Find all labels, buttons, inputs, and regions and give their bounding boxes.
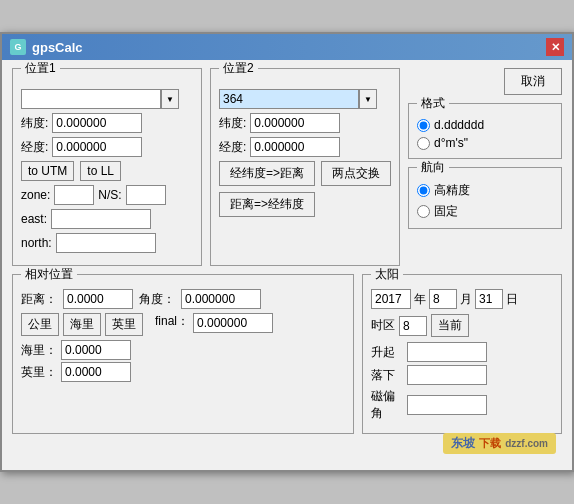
format-title: 格式 (417, 95, 449, 112)
relpos-haili-label: 海里： (21, 342, 57, 359)
solar-month-label: 月 (460, 291, 472, 308)
solar-date-row: 年 月 日 (371, 289, 553, 309)
pos1-title: 位置1 (21, 60, 60, 77)
pos1-zone-input[interactable] (54, 185, 94, 205)
two-point-swap-button[interactable]: 两点交换 (321, 161, 391, 186)
watermark-url: dzzf.com (505, 438, 548, 449)
right-col: 取消 格式 d.dddddd d°m's" (408, 68, 562, 266)
solar-tz-row: 时区 当前 (371, 314, 553, 337)
relpos-yingli-label: 英里： (21, 364, 57, 381)
pos1-east-label: east: (21, 212, 47, 226)
format-radio2[interactable] (417, 137, 430, 150)
app-title: gpsCalc (32, 40, 83, 55)
pos1-lat-input[interactable] (52, 113, 142, 133)
pos1-combo-wrapper: ▼ (21, 89, 193, 109)
pos1-combo-input[interactable] (21, 89, 161, 109)
pos2-lat-row: 纬度: (219, 113, 391, 133)
cancel-button[interactable]: 取消 (504, 68, 562, 95)
nav-radio2[interactable] (417, 205, 430, 218)
solar-tz-input[interactable] (399, 316, 427, 336)
pos2-combo-arrow[interactable]: ▼ (359, 89, 377, 109)
main-window: G gpsCalc ✕ 位置1 ▼ 纬度: (0, 32, 574, 472)
relpos-dist-label: 距离： (21, 291, 57, 308)
watermark-logo: 东坡 (451, 435, 475, 452)
solar-year-label: 年 (414, 291, 426, 308)
nav-title: 航向 (417, 159, 449, 176)
relpos-unit-row: 公里 海里 英里 final： (21, 313, 345, 336)
pos1-lat-label: 纬度: (21, 115, 48, 132)
solar-day-input[interactable] (475, 289, 503, 309)
pos1-lon-label: 经度: (21, 139, 48, 156)
lonlat-to-dist-button[interactable]: 经纬度=>距离 (219, 161, 315, 186)
nav-radio2-row: 固定 (417, 203, 553, 220)
close-button[interactable]: ✕ (546, 38, 564, 56)
solar-current-button[interactable]: 当前 (431, 314, 469, 337)
pos1-east-input[interactable] (51, 209, 151, 229)
watermark: 东坡 下载 dzzf.com (443, 433, 556, 454)
relpos-angle-input[interactable] (181, 289, 261, 309)
pos1-north-label: north: (21, 236, 52, 250)
format-radio2-row: d°m's" (417, 136, 553, 150)
bottom-row: 相对位置 距离： 角度： 公里 海里 英里 final： (12, 274, 562, 434)
solar-day-label: 日 (506, 291, 518, 308)
nav-option2-label: 固定 (434, 203, 458, 220)
cancel-row: 取消 (408, 68, 562, 95)
solar-mag-input[interactable] (407, 395, 487, 415)
relpos-yingli-row: 英里： (21, 362, 345, 382)
relpos-yingli-input[interactable] (61, 362, 131, 382)
pos2-lon-input[interactable] (250, 137, 340, 157)
pos2-group: 位置2 ▼ 纬度: 经度: 经纬度=>距离 两点交换 (210, 68, 400, 266)
mile-button[interactable]: 海里 (63, 313, 101, 336)
solar-year-input[interactable] (371, 289, 411, 309)
relpos-title: 相对位置 (21, 266, 77, 283)
title-bar-left: G gpsCalc (10, 39, 83, 55)
pos1-group: 位置1 ▼ 纬度: 经度: to UTM to LL (12, 68, 202, 266)
solar-set-row: 落下 (371, 365, 553, 385)
dist-to-lonlat-button[interactable]: 距离=>经纬度 (219, 192, 315, 217)
format-radio1[interactable] (417, 119, 430, 132)
nav-option1-label: 高精度 (434, 182, 470, 199)
relpos-dist-input[interactable] (63, 289, 133, 309)
nav-group: 航向 高精度 固定 (408, 167, 562, 229)
pos2-lat-input[interactable] (250, 113, 340, 133)
km-button[interactable]: 公里 (21, 313, 59, 336)
solar-set-input[interactable] (407, 365, 487, 385)
relpos-final-label: final： (155, 313, 189, 336)
dist-to-lonlat-row: 距离=>经纬度 (219, 192, 391, 217)
format-group: 格式 d.dddddd d°m's" (408, 103, 562, 159)
pos2-combo-input[interactable] (219, 89, 359, 109)
pos1-combo-arrow[interactable]: ▼ (161, 89, 179, 109)
pos2-lon-label: 经度: (219, 139, 246, 156)
solar-group: 太阳 年 月 日 时区 当前 (362, 274, 562, 434)
pos1-ns-input[interactable] (126, 185, 166, 205)
solar-rise-input[interactable] (407, 342, 487, 362)
pos1-zone-label: zone: (21, 188, 50, 202)
format-radio1-row: d.dddddd (417, 118, 553, 132)
format-option2-label: d°m's" (434, 136, 468, 150)
title-bar: G gpsCalc ✕ (2, 34, 572, 60)
solar-tz-label: 时区 (371, 317, 395, 334)
nav-radio1-row: 高精度 (417, 182, 553, 199)
solar-month-input[interactable] (429, 289, 457, 309)
pos1-north-input[interactable] (56, 233, 156, 253)
pos1-east-row: east: (21, 209, 193, 229)
pos2-combo-wrapper: ▼ (219, 89, 391, 109)
to-utm-button[interactable]: to UTM (21, 161, 74, 181)
relpos-final-input[interactable] (193, 313, 273, 333)
format-option1-label: d.dddddd (434, 118, 484, 132)
pos2-lon-row: 经度: (219, 137, 391, 157)
pos1-north-row: north: (21, 233, 193, 253)
relpos-haili-input[interactable] (61, 340, 131, 360)
pos1-lon-input[interactable] (52, 137, 142, 157)
solar-title: 太阳 (371, 266, 403, 283)
app-icon: G (10, 39, 26, 55)
pos2-title: 位置2 (219, 60, 258, 77)
relpos-group: 相对位置 距离： 角度： 公里 海里 英里 final： (12, 274, 354, 434)
relpos-angle-label: 角度： (139, 291, 175, 308)
solar-rise-row: 升起 (371, 342, 553, 362)
nav-radio1[interactable] (417, 184, 430, 197)
solar-mag-label: 磁偏角 (371, 388, 401, 422)
yard-button[interactable]: 英里 (105, 313, 143, 336)
to-ll-button[interactable]: to LL (80, 161, 121, 181)
watermark-area: 东坡 下载 dzzf.com (12, 438, 562, 460)
